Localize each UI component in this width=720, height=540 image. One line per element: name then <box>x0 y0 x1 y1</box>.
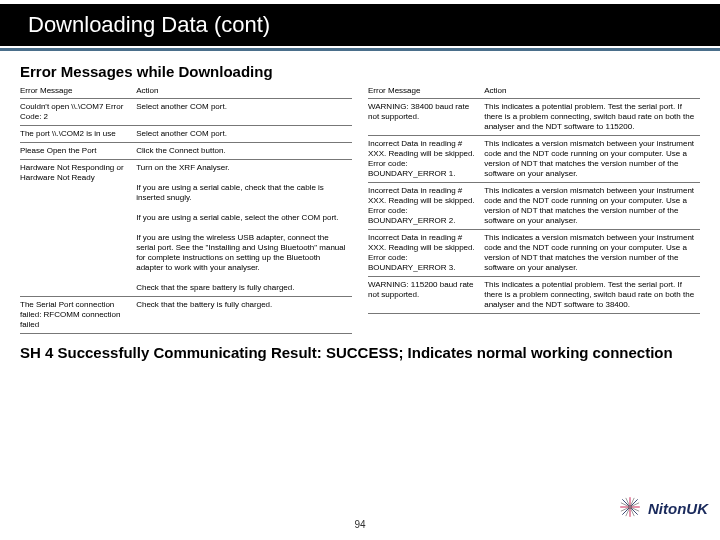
table-row: Incorrect Data in reading # XXX. Reading… <box>368 136 700 183</box>
table-row: WARNING: 115200 baud rate not supported.… <box>368 277 700 314</box>
error-message-cell: Incorrect Data in reading # XXX. Reading… <box>368 230 484 277</box>
error-message-cell: Incorrect Data in reading # XXX. Reading… <box>368 136 484 183</box>
table-row: Incorrect Data in reading # XXX. Reading… <box>368 230 700 277</box>
action-cell: This indicates a version mismatch betwee… <box>484 230 700 277</box>
col-header-msg: Error Message <box>368 84 484 99</box>
error-message-cell: Incorrect Data in reading # XXX. Reading… <box>368 183 484 230</box>
action-cell: This indicates a version mismatch betwee… <box>484 183 700 230</box>
error-message-cell: The port \\.\COM2 is in use <box>20 126 136 143</box>
table-row: Please Open the PortClick the Connect bu… <box>20 143 352 160</box>
accent-line <box>0 48 720 51</box>
action-cell: Select another COM port. <box>136 126 352 143</box>
page-number: 94 <box>354 519 365 530</box>
title-bar: Downloading Data (cont) <box>0 4 720 46</box>
left-table: Error Message Action Couldn't open \\.\C… <box>20 84 352 334</box>
section-heading: Error Messages while Downloading <box>20 63 700 80</box>
col-header-action: Action <box>136 84 352 99</box>
error-message-cell: WARNING: 38400 baud rate not supported. <box>368 99 484 136</box>
action-cell: Check that the battery is fully charged. <box>136 297 352 334</box>
right-column: Error Message Action WARNING: 38400 baud… <box>368 84 700 334</box>
table-row: Couldn't open \\.\COM7 Error Code: 2Sele… <box>20 99 352 126</box>
svg-line-7 <box>622 507 630 515</box>
page-title: Downloading Data (cont) <box>28 12 700 38</box>
logo-text: NitonUK <box>648 500 708 517</box>
action-cell: Select another COM port. <box>136 99 352 126</box>
svg-line-5 <box>622 499 630 507</box>
error-message-cell: The Serial Port connection failed: RFCOM… <box>20 297 136 334</box>
action-cell: Turn on the XRF Analyser. If you are usi… <box>136 160 352 297</box>
error-message-cell: Couldn't open \\.\COM7 Error Code: 2 <box>20 99 136 126</box>
logo: NitonUK <box>616 493 708 524</box>
slide-body: Error Messages while Downloading Error M… <box>0 57 720 361</box>
left-column: Error Message Action Couldn't open \\.\C… <box>20 84 352 334</box>
action-cell: This indicates a potential problem. Test… <box>484 99 700 136</box>
action-cell: This indicates a version mismatch betwee… <box>484 136 700 183</box>
svg-line-8 <box>630 507 638 515</box>
right-table: Error Message Action WARNING: 38400 baud… <box>368 84 700 314</box>
action-cell: This indicates a potential problem. Test… <box>484 277 700 314</box>
table-row: Incorrect Data in reading # XXX. Reading… <box>368 183 700 230</box>
error-message-cell: WARNING: 115200 baud rate not supported. <box>368 277 484 314</box>
action-cell: Click the Connect button. <box>136 143 352 160</box>
footer: 94 NitonUK <box>0 519 720 530</box>
error-message-cell: Hardware Not Responding or Hardware Not … <box>20 160 136 297</box>
logo-starburst-icon <box>616 493 644 524</box>
svg-line-6 <box>630 499 638 507</box>
columns: Error Message Action Couldn't open \\.\C… <box>20 84 700 334</box>
table-row: Hardware Not Responding or Hardware Not … <box>20 160 352 297</box>
table-row: The Serial Port connection failed: RFCOM… <box>20 297 352 334</box>
col-header-msg: Error Message <box>20 84 136 99</box>
success-message: SH 4 Successfully Communicating Result: … <box>20 344 700 361</box>
col-header-action: Action <box>484 84 700 99</box>
table-row: The port \\.\COM2 is in useSelect anothe… <box>20 126 352 143</box>
error-message-cell: Please Open the Port <box>20 143 136 160</box>
table-row: WARNING: 38400 baud rate not supported.T… <box>368 99 700 136</box>
